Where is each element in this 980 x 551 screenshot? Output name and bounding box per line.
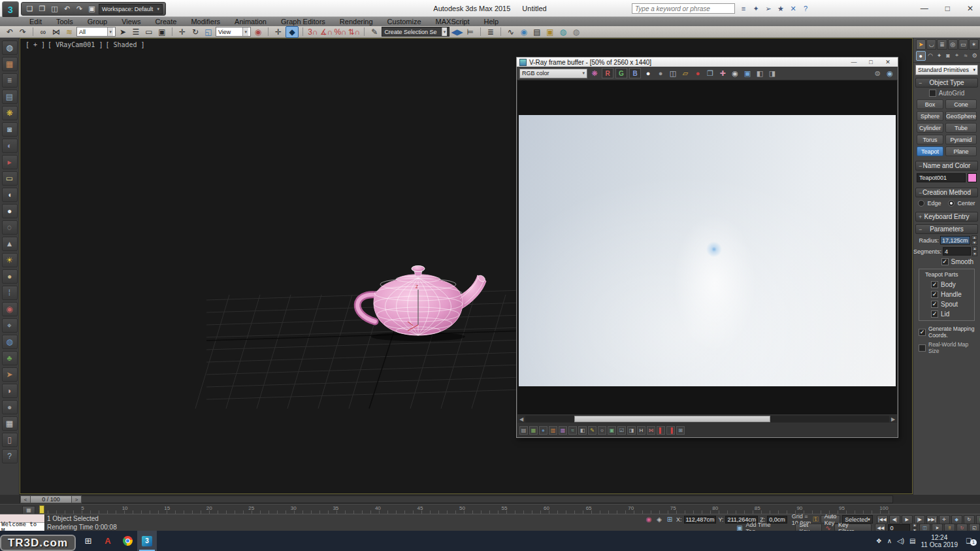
subtab-systems[interactable]: ⚙: [970, 51, 979, 59]
button-pyramid[interactable]: Pyramid: [945, 135, 977, 144]
monochromatic-button[interactable]: ●: [643, 68, 653, 78]
moon-sphere-icon[interactable]: ◐: [2, 139, 18, 153]
named-selection-sets-dropdown[interactable]: Create Selection Se▾: [382, 27, 449, 37]
keyboard-override-toggle-icon[interactable]: ◆: [286, 26, 299, 38]
current-frame-marker[interactable]: [39, 505, 44, 514]
button-teapot[interactable]: Teapot: [917, 146, 943, 156]
search-history-icon[interactable]: ≡: [739, 5, 748, 13]
teapot-object[interactable]: Z: [345, 261, 492, 342]
tab-display[interactable]: ▭: [958, 39, 968, 50]
open-file-icon[interactable]: ❐: [37, 4, 48, 14]
show-hidden-icons-chevron[interactable]: ∧: [887, 537, 892, 544]
maxscript-mini-listener[interactable]: Welcome to M.: [0, 514, 45, 531]
subtab-shapes[interactable]: ◠: [926, 51, 935, 59]
cone-primitive-icon[interactable]: ▲: [2, 237, 18, 251]
render-image-icon[interactable]: ▦: [2, 57, 18, 71]
menu-item[interactable]: Modifiers: [184, 17, 227, 26]
go-to-start-button[interactable]: |◀◀: [877, 515, 888, 524]
button-torus[interactable]: Torus: [917, 135, 943, 144]
reference-coordinate-dropdown[interactable]: View▾: [216, 27, 251, 37]
go-to-end-button[interactable]: ▶▶|: [926, 515, 938, 524]
checkbox-spout[interactable]: ✓ Spout: [919, 299, 974, 309]
menu-item[interactable]: Create: [148, 17, 184, 26]
segments-field[interactable]: 4: [943, 247, 971, 256]
vfb-red-a-icon[interactable]: ▌: [657, 426, 665, 435]
button-sphere[interactable]: Sphere: [917, 111, 943, 121]
help-search-input[interactable]: [632, 3, 735, 14]
snaps-toggle-icon[interactable]: 3∩: [307, 27, 319, 37]
exchange-apps-icon[interactable]: ✕: [789, 5, 798, 13]
vfb-history-icon[interactable]: H: [637, 426, 645, 435]
vfb-levels-icon[interactable]: ◧: [578, 426, 587, 435]
real-world-checkbox[interactable]: ✓ Real-World Map Size: [913, 339, 980, 355]
vfb-bloom-icon[interactable]: ◨: [627, 426, 636, 435]
scrollbar-thumb[interactable]: [574, 416, 770, 422]
bind-to-space-warp-icon[interactable]: ≋: [63, 27, 75, 37]
vfb-srgb-icon[interactable]: ☑: [617, 426, 626, 435]
button-cylinder[interactable]: Cylinder: [917, 123, 943, 133]
select-and-scale-icon[interactable]: ◱: [203, 27, 214, 37]
toolbar-separator[interactable]: [172, 27, 172, 36]
tan-sphere-icon[interactable]: ●: [2, 269, 18, 284]
selection-filter-dropdown[interactable]: All▾: [76, 27, 116, 37]
window-crossing-toggle-icon[interactable]: ▣: [156, 27, 168, 37]
menu-item[interactable]: Rendering: [333, 17, 380, 26]
spheres-pair-icon[interactable]: ◉: [2, 302, 18, 316]
vfb-pixel-icon[interactable]: ●: [539, 426, 547, 435]
orbit-view-button[interactable]: ↻: [964, 515, 975, 524]
radio-edge[interactable]: Edge: [918, 200, 941, 207]
material-editor-icon[interactable]: ◉: [518, 27, 530, 37]
unlink-selection-icon[interactable]: ⋈: [50, 27, 62, 37]
object-color-swatch[interactable]: [968, 173, 977, 182]
project-folder-icon[interactable]: ▣: [86, 4, 97, 14]
spreadsheet-tool-icon[interactable]: ▤: [2, 90, 18, 104]
previous-frame-arrow[interactable]: <: [20, 495, 31, 503]
next-frame-arrow[interactable]: >: [71, 495, 82, 503]
select-by-name-icon[interactable]: ☰: [130, 27, 142, 37]
smooth-checkbox[interactable]: ✓ Smooth: [913, 256, 980, 266]
blue-channel-button[interactable]: B: [629, 68, 641, 78]
rectangular-selection-region-icon[interactable]: ▭: [143, 27, 155, 37]
vfb-lut-icon[interactable]: ○: [598, 426, 606, 435]
select-and-manipulate-icon[interactable]: ✛: [272, 27, 284, 37]
autogrid-checkbox[interactable]: ✓ AutoGrid: [913, 88, 980, 97]
viewport-menu-shading[interactable]: [ Shaded ]: [105, 41, 144, 48]
toolbar-separator[interactable]: [500, 27, 501, 36]
checkbox-handle[interactable]: ✓ Handle: [919, 289, 974, 299]
subtab-lights[interactable]: ✦: [935, 51, 943, 59]
max-app-menu-button[interactable]: 3: [2, 1, 19, 18]
subtab-geometry[interactable]: ●: [916, 51, 926, 61]
vfb-red-b-icon[interactable]: ▐: [666, 426, 675, 435]
calculator-icon[interactable]: ▦: [2, 416, 18, 431]
help-icon[interactable]: ?: [801, 5, 810, 13]
speaker-icon[interactable]: ◁): [897, 537, 904, 544]
vfb-exposure-icon[interactable]: ▥: [549, 426, 557, 435]
vfb-close-button[interactable]: ✕: [881, 59, 895, 65]
vfb-info-icon[interactable]: ▤: [519, 426, 528, 435]
checkbox-body[interactable]: ✓ Body: [919, 279, 974, 289]
time-slider-track[interactable]: [20, 495, 893, 503]
viewport-menu-camera[interactable]: [ VRayCam001 ]: [48, 41, 103, 48]
tab-hierarchy[interactable]: ≣: [937, 39, 947, 50]
segments-spinner[interactable]: ▲▼: [972, 246, 977, 256]
use-pivot-point-icon[interactable]: ◉: [252, 27, 264, 37]
isolate-pin-icon[interactable]: ◉: [644, 516, 653, 523]
bird-icon[interactable]: ➤: [2, 367, 18, 382]
list-tool-icon[interactable]: ≡: [2, 73, 18, 88]
menu-item[interactable]: Animation: [227, 17, 274, 26]
video-tool-icon[interactable]: ▸: [2, 155, 18, 169]
sun-light-icon[interactable]: ☀: [2, 253, 18, 267]
vray-settings-icon[interactable]: ◉: [885, 68, 895, 78]
angle-snap-icon[interactable]: ∡∩: [320, 27, 333, 37]
previous-frame-button[interactable]: ◀|: [889, 515, 900, 524]
auto-key-button[interactable]: Auto Key: [821, 515, 841, 524]
redo-icon[interactable]: ↷: [74, 4, 85, 14]
hemisphere-icon[interactable]: ◖: [2, 188, 18, 202]
vfb-channel-dropdown[interactable]: RGB color▾: [519, 69, 587, 78]
wire-teapot-icon[interactable]: ◌: [2, 220, 18, 235]
maximize-button[interactable]: □: [945, 4, 950, 13]
undo-icon[interactable]: ↶: [61, 4, 73, 14]
object-name-field[interactable]: Teapot001: [917, 173, 966, 182]
camera-light-icon[interactable]: ◙: [2, 122, 18, 137]
rollout-name-color[interactable]: −Name and Color: [915, 161, 978, 171]
